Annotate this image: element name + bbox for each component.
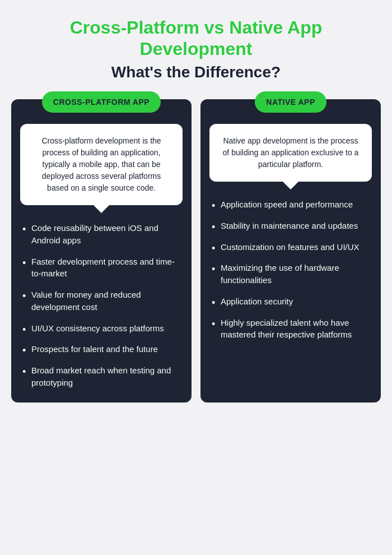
list-item: Code reusability between iOS and Android… xyxy=(22,222,183,247)
title-dark: What's the Difference? xyxy=(11,62,381,82)
cross-platform-header-label: CROSS-PLATFORM APP xyxy=(53,98,150,107)
native-definition: Native app development is the process of… xyxy=(209,124,372,182)
title-section: Cross-Platform vs Native App Development… xyxy=(11,17,381,82)
list-item: Faster development process and time-to-m… xyxy=(22,256,183,280)
cross-platform-header: CROSS-PLATFORM APP xyxy=(42,91,161,113)
list-item: UI/UX consistency across platforms xyxy=(22,322,183,335)
list-item: Value for money and reduced development … xyxy=(22,289,183,313)
column-native: NATIVE APPNative app development is the … xyxy=(200,99,381,403)
cross-platform-definition: Cross-platform development is the proces… xyxy=(20,124,183,205)
list-item: Prospects for talent and the future xyxy=(22,343,183,355)
list-item: Maximizing the use of hardware functiona… xyxy=(212,262,372,286)
list-item: Application speed and performance xyxy=(212,198,372,211)
columns-wrapper: CROSS-PLATFORM APPCross-platform develop… xyxy=(11,99,381,403)
title-green: Cross-Platform vs Native App Development xyxy=(11,17,381,60)
list-item: Customization on features and UI/UX xyxy=(212,241,372,253)
list-item: Application security xyxy=(212,295,372,308)
column-cross-platform: CROSS-PLATFORM APPCross-platform develop… xyxy=(11,99,192,403)
native-bullet-list: Application speed and performanceStabili… xyxy=(200,198,381,341)
cross-platform-bullet-list: Code reusability between iOS and Android… xyxy=(11,222,192,389)
native-header-label: NATIVE APP xyxy=(266,98,315,107)
native-header: NATIVE APP xyxy=(255,91,326,113)
list-item: Stability in maintenance and updates xyxy=(212,220,372,232)
list-item: Highly specialized talent who have maste… xyxy=(212,317,372,341)
page-container: Cross-Platform vs Native App Development… xyxy=(11,17,381,403)
list-item: Broad market reach when testing and prot… xyxy=(22,364,183,389)
